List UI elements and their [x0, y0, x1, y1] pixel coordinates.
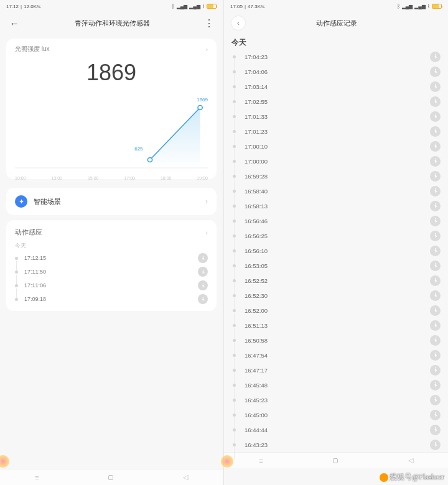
log-time: 16:47:17 [245, 367, 430, 374]
content-scroll[interactable]: 光照强度 lux › 1869 1869 625 10 [0, 34, 223, 469]
more-button[interactable]: ⋮ [203, 17, 215, 29]
status-time: 17:05 [230, 4, 243, 9]
titlebar: ‹ 动作感应记录 [224, 12, 448, 34]
android-navbar: ≡ ◁ [0, 469, 223, 485]
walk-icon [430, 350, 441, 361]
log-time: 16:59:28 [245, 173, 430, 180]
lux-label: 光照强度 lux [15, 45, 50, 53]
log-time: 16:45:48 [245, 382, 430, 389]
log-time: 17:11:06 [24, 282, 198, 289]
signal-icon-2: ▂▄▆ [189, 4, 200, 9]
svg-point-33 [435, 427, 436, 428]
lux-card: 光照强度 lux › 1869 1869 625 10 [6, 39, 217, 179]
walk-icon [430, 246, 441, 256]
svg-point-18 [435, 203, 436, 205]
wifi-icon: ⌇ [427, 4, 430, 9]
nav-back-icon[interactable]: ◁ [183, 473, 188, 481]
svg-point-5 [202, 269, 203, 270]
svg-point-4 [202, 256, 203, 257]
log-row: 17:04:06 [233, 64, 441, 79]
status-speed: 12.0K/s [24, 4, 40, 9]
right-screenshot: 17:05 | 47.3K/s ᛒ ▂▄▆ ▂▄▆ ⌇ ‹ 动作感应记录 今天 … [224, 0, 448, 485]
back-button[interactable]: ‹ [231, 16, 245, 30]
page-title: 青萍动作和环境光传感器 [21, 19, 203, 28]
chevron-right-icon[interactable]: › [206, 46, 208, 53]
walk-icon [430, 410, 441, 420]
log-row: 17:04:23 [233, 49, 441, 64]
log-row: 16:58:13 [233, 198, 441, 213]
walk-icon [430, 290, 441, 301]
log-time: 16:52:00 [245, 307, 430, 314]
log-row: 16:45:23 [233, 392, 441, 407]
walk-icon [430, 425, 441, 435]
nav-home-icon[interactable] [108, 475, 113, 480]
log-time: 17:01:33 [245, 113, 430, 120]
walk-icon [430, 395, 441, 405]
log-time: 16:58:13 [245, 203, 430, 210]
svg-point-28 [435, 353, 436, 354]
svg-point-24 [435, 293, 436, 294]
log-time: 16:50:58 [245, 337, 430, 344]
motion-log-list[interactable]: 17:04:2317:04:0617:03:1417:02:5517:01:33… [224, 49, 448, 452]
svg-point-11 [435, 99, 436, 100]
svg-point-19 [435, 218, 436, 219]
svg-point-17 [435, 188, 436, 190]
nav-menu-icon[interactable]: ≡ [259, 457, 263, 464]
back-button[interactable]: ← [7, 16, 21, 30]
battery-icon [207, 4, 217, 9]
log-row: 16:52:00 [233, 303, 441, 318]
status-speed: 47.3K/s [248, 4, 264, 9]
signal-icon-2: ▂▄▆ [414, 4, 426, 9]
page-title: 动作感应记录 [245, 19, 428, 28]
bluetooth-icon: ᛒ [172, 3, 175, 9]
motion-label: 动作感应 [15, 228, 42, 237]
walk-icon [430, 231, 441, 241]
log-time: 16:56:46 [245, 218, 430, 224]
chevron-right-icon[interactable]: › [205, 229, 208, 236]
log-time: 16:52:30 [245, 292, 430, 299]
svg-point-13 [435, 129, 436, 130]
walk-icon [198, 294, 208, 304]
log-time: 16:43:23 [245, 441, 430, 448]
log-time: 16:51:13 [245, 322, 430, 329]
log-time: 16:56:10 [245, 247, 430, 254]
battery-icon [432, 4, 442, 9]
walk-icon [430, 171, 441, 182]
log-row: 17:00:10 [233, 139, 441, 154]
log-time: 16:53:05 [245, 262, 430, 269]
nav-menu-icon[interactable]: ≡ [35, 474, 39, 481]
nav-home-icon[interactable] [333, 458, 338, 463]
svg-point-3 [198, 106, 202, 110]
walk-icon [430, 380, 441, 390]
walk-icon [430, 96, 441, 107]
lux-value: 1869 [6, 57, 217, 92]
log-time: 17:04:06 [245, 68, 430, 75]
log-row: 16:58:40 [233, 183, 441, 198]
log-row: 16:51:13 [233, 318, 441, 333]
log-row: 17:02:55 [233, 94, 441, 109]
wifi-icon: ⌇ [202, 4, 205, 9]
motion-log-list: 17:12:1517:11:5017:11:0617:09:18 [6, 251, 217, 311]
walk-icon [430, 52, 441, 62]
bluetooth-icon: ᛒ [397, 3, 400, 9]
sohu-logo-icon [380, 473, 388, 482]
svg-point-26 [435, 323, 436, 324]
walk-icon [430, 305, 441, 316]
svg-point-21 [435, 248, 436, 249]
walk-icon [430, 216, 441, 226]
log-row: 17:03:14 [233, 79, 441, 94]
log-row: 16:56:25 [233, 228, 441, 243]
log-row: 17:09:18 [15, 292, 208, 306]
log-time: 16:47:54 [245, 352, 430, 359]
svg-point-15 [435, 159, 436, 160]
log-row: 16:56:10 [233, 243, 441, 258]
scene-icon: ✦ [15, 195, 27, 208]
walk-icon [430, 156, 441, 167]
lux-chart: 1869 625 10:0013:0015:0017:0018:0019:00 [15, 92, 208, 179]
walk-icon [430, 186, 441, 196]
walk-icon [430, 335, 441, 346]
smart-scene-row[interactable]: ✦ 智能场景 › [6, 188, 217, 215]
nav-back-icon[interactable]: ◁ [408, 456, 413, 464]
log-row: 16:52:30 [233, 288, 441, 303]
walk-icon [430, 275, 441, 286]
